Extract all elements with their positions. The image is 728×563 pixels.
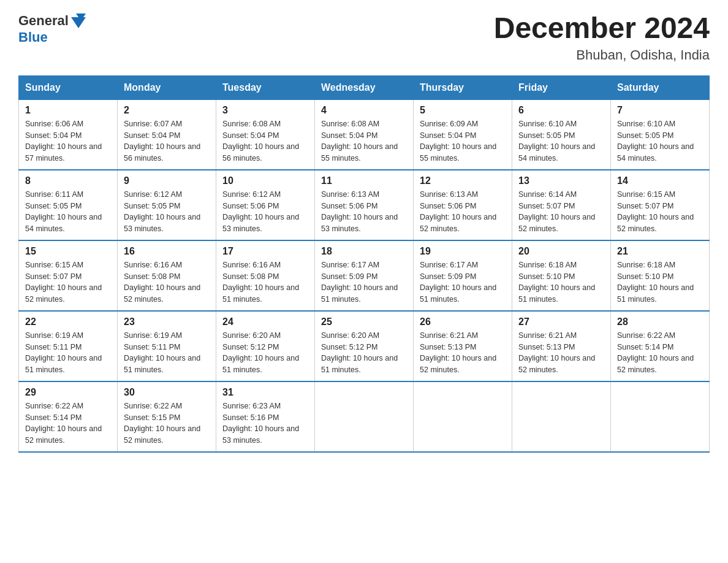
calendar-day-cell: 13 Sunrise: 6:14 AMSunset: 5:07 PMDaylig… xyxy=(512,170,611,240)
day-number: 14 xyxy=(617,175,703,186)
month-title: December 2024 xyxy=(494,12,710,45)
day-info: Sunrise: 6:12 AMSunset: 5:06 PMDaylight:… xyxy=(222,190,299,233)
day-number: 20 xyxy=(518,246,604,257)
day-info: Sunrise: 6:10 AMSunset: 5:05 PMDaylight:… xyxy=(617,120,694,163)
day-number: 25 xyxy=(321,316,407,327)
calendar-day-cell: 15 Sunrise: 6:15 AMSunset: 5:07 PMDaylig… xyxy=(19,240,118,311)
calendar-day-cell: 3 Sunrise: 6:08 AMSunset: 5:04 PMDayligh… xyxy=(216,99,315,170)
calendar-day-cell: 5 Sunrise: 6:09 AMSunset: 5:04 PMDayligh… xyxy=(414,99,512,170)
day-info: Sunrise: 6:09 AMSunset: 5:04 PMDaylight:… xyxy=(420,120,496,163)
calendar-day-cell: 9 Sunrise: 6:12 AMSunset: 5:05 PMDayligh… xyxy=(118,170,216,240)
day-header-friday: Friday xyxy=(512,75,611,99)
day-number: 16 xyxy=(124,246,210,257)
calendar-day-cell xyxy=(315,381,414,452)
calendar-day-cell: 26 Sunrise: 6:21 AMSunset: 5:13 PMDaylig… xyxy=(414,311,512,381)
day-info: Sunrise: 6:16 AMSunset: 5:08 PMDaylight:… xyxy=(222,261,299,304)
day-info: Sunrise: 6:11 AMSunset: 5:05 PMDaylight:… xyxy=(25,190,102,233)
day-number: 18 xyxy=(321,246,407,257)
calendar-day-cell: 28 Sunrise: 6:22 AMSunset: 5:14 PMDaylig… xyxy=(611,311,710,381)
calendar-day-cell: 4 Sunrise: 6:08 AMSunset: 5:04 PMDayligh… xyxy=(315,99,414,170)
calendar-header-row: SundayMondayTuesdayWednesdayThursdayFrid… xyxy=(19,75,710,99)
day-info: Sunrise: 6:07 AMSunset: 5:04 PMDaylight:… xyxy=(124,120,200,163)
calendar-day-cell: 27 Sunrise: 6:21 AMSunset: 5:13 PMDaylig… xyxy=(512,311,611,381)
calendar-week-row: 22 Sunrise: 6:19 AMSunset: 5:11 PMDaylig… xyxy=(19,311,710,381)
day-number: 31 xyxy=(222,387,308,398)
calendar-week-row: 1 Sunrise: 6:06 AMSunset: 5:04 PMDayligh… xyxy=(19,99,710,170)
day-number: 23 xyxy=(124,316,210,327)
day-number: 4 xyxy=(321,105,407,116)
logo-blue-text: Blue xyxy=(18,29,48,45)
day-header-wednesday: Wednesday xyxy=(315,75,414,99)
day-header-tuesday: Tuesday xyxy=(216,75,315,99)
calendar-day-cell: 22 Sunrise: 6:19 AMSunset: 5:11 PMDaylig… xyxy=(19,311,118,381)
day-number: 12 xyxy=(420,175,506,186)
logo: General Blue xyxy=(18,12,87,45)
title-block: December 2024 Bhuban, Odisha, India xyxy=(494,12,710,63)
day-header-saturday: Saturday xyxy=(611,75,710,99)
calendar-day-cell: 8 Sunrise: 6:11 AMSunset: 5:05 PMDayligh… xyxy=(19,170,118,240)
day-number: 11 xyxy=(321,175,407,186)
calendar-day-cell xyxy=(414,381,512,452)
day-info: Sunrise: 6:17 AMSunset: 5:09 PMDaylight:… xyxy=(420,261,496,304)
day-info: Sunrise: 6:19 AMSunset: 5:11 PMDaylight:… xyxy=(124,331,200,374)
day-number: 7 xyxy=(617,105,703,116)
day-info: Sunrise: 6:08 AMSunset: 5:04 PMDaylight:… xyxy=(321,120,398,163)
calendar-day-cell: 29 Sunrise: 6:22 AMSunset: 5:14 PMDaylig… xyxy=(19,381,118,452)
day-info: Sunrise: 6:20 AMSunset: 5:12 PMDaylight:… xyxy=(222,331,299,374)
day-info: Sunrise: 6:18 AMSunset: 5:10 PMDaylight:… xyxy=(617,261,694,304)
day-number: 22 xyxy=(25,316,111,327)
day-header-thursday: Thursday xyxy=(414,75,512,99)
calendar-day-cell: 25 Sunrise: 6:20 AMSunset: 5:12 PMDaylig… xyxy=(315,311,414,381)
day-number: 17 xyxy=(222,246,308,257)
calendar-day-cell: 12 Sunrise: 6:13 AMSunset: 5:06 PMDaylig… xyxy=(414,170,512,240)
svg-marker-0 xyxy=(71,17,86,28)
calendar-day-cell: 17 Sunrise: 6:16 AMSunset: 5:08 PMDaylig… xyxy=(216,240,315,311)
day-number: 3 xyxy=(222,105,308,116)
day-number: 6 xyxy=(518,105,604,116)
calendar-day-cell: 21 Sunrise: 6:18 AMSunset: 5:10 PMDaylig… xyxy=(611,240,710,311)
logo-general-text: General xyxy=(18,13,69,29)
day-number: 29 xyxy=(25,387,111,398)
day-info: Sunrise: 6:23 AMSunset: 5:16 PMDaylight:… xyxy=(222,402,299,445)
day-info: Sunrise: 6:22 AMSunset: 5:14 PMDaylight:… xyxy=(617,331,694,374)
day-number: 27 xyxy=(518,316,604,327)
calendar-day-cell: 10 Sunrise: 6:12 AMSunset: 5:06 PMDaylig… xyxy=(216,170,315,240)
calendar-week-row: 29 Sunrise: 6:22 AMSunset: 5:14 PMDaylig… xyxy=(19,381,710,452)
calendar-day-cell: 6 Sunrise: 6:10 AMSunset: 5:05 PMDayligh… xyxy=(512,99,611,170)
calendar-day-cell: 18 Sunrise: 6:17 AMSunset: 5:09 PMDaylig… xyxy=(315,240,414,311)
day-info: Sunrise: 6:15 AMSunset: 5:07 PMDaylight:… xyxy=(617,190,694,233)
calendar-day-cell: 7 Sunrise: 6:10 AMSunset: 5:05 PMDayligh… xyxy=(611,99,710,170)
day-info: Sunrise: 6:21 AMSunset: 5:13 PMDaylight:… xyxy=(518,331,595,374)
calendar-day-cell: 11 Sunrise: 6:13 AMSunset: 5:06 PMDaylig… xyxy=(315,170,414,240)
calendar-day-cell: 2 Sunrise: 6:07 AMSunset: 5:04 PMDayligh… xyxy=(118,99,216,170)
calendar-day-cell: 23 Sunrise: 6:19 AMSunset: 5:11 PMDaylig… xyxy=(118,311,216,381)
day-header-sunday: Sunday xyxy=(19,75,118,99)
day-info: Sunrise: 6:14 AMSunset: 5:07 PMDaylight:… xyxy=(518,190,595,233)
day-number: 15 xyxy=(25,246,111,257)
page-header: General Blue December 2024 Bhuban, Odish… xyxy=(18,12,710,63)
day-info: Sunrise: 6:17 AMSunset: 5:09 PMDaylight:… xyxy=(321,261,398,304)
calendar-day-cell: 30 Sunrise: 6:22 AMSunset: 5:15 PMDaylig… xyxy=(118,381,216,452)
calendar-week-row: 8 Sunrise: 6:11 AMSunset: 5:05 PMDayligh… xyxy=(19,170,710,240)
calendar-day-cell: 31 Sunrise: 6:23 AMSunset: 5:16 PMDaylig… xyxy=(216,381,315,452)
calendar-day-cell: 16 Sunrise: 6:16 AMSunset: 5:08 PMDaylig… xyxy=(118,240,216,311)
day-info: Sunrise: 6:13 AMSunset: 5:06 PMDaylight:… xyxy=(321,190,398,233)
calendar-day-cell: 1 Sunrise: 6:06 AMSunset: 5:04 PMDayligh… xyxy=(19,99,118,170)
day-number: 5 xyxy=(420,105,506,116)
day-number: 24 xyxy=(222,316,308,327)
day-info: Sunrise: 6:22 AMSunset: 5:15 PMDaylight:… xyxy=(124,402,200,445)
calendar-day-cell: 24 Sunrise: 6:20 AMSunset: 5:12 PMDaylig… xyxy=(216,311,315,381)
day-number: 8 xyxy=(25,175,111,186)
day-number: 21 xyxy=(617,246,703,257)
calendar-week-row: 15 Sunrise: 6:15 AMSunset: 5:07 PMDaylig… xyxy=(19,240,710,311)
day-number: 2 xyxy=(124,105,210,116)
day-info: Sunrise: 6:06 AMSunset: 5:04 PMDaylight:… xyxy=(25,120,102,163)
location-title: Bhuban, Odisha, India xyxy=(494,47,710,63)
day-info: Sunrise: 6:18 AMSunset: 5:10 PMDaylight:… xyxy=(518,261,595,304)
day-info: Sunrise: 6:13 AMSunset: 5:06 PMDaylight:… xyxy=(420,190,496,233)
day-number: 28 xyxy=(617,316,703,327)
day-info: Sunrise: 6:20 AMSunset: 5:12 PMDaylight:… xyxy=(321,331,398,374)
calendar-day-cell: 14 Sunrise: 6:15 AMSunset: 5:07 PMDaylig… xyxy=(611,170,710,240)
day-number: 26 xyxy=(420,316,506,327)
logo-icon xyxy=(70,12,87,29)
